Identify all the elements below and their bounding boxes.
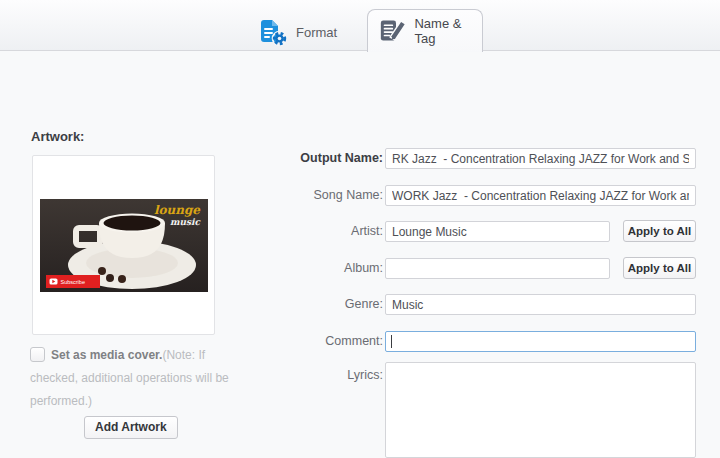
output-name-input[interactable] (385, 148, 696, 169)
artist-apply-all-button[interactable]: Apply to All (623, 220, 696, 242)
genre-input[interactable] (385, 294, 696, 315)
artwork-section-label: Artwork: (31, 129, 84, 144)
subscribe-label: Subscribe (60, 279, 84, 285)
lyrics-label: Lyrics: (280, 368, 383, 382)
tab-name-tag[interactable]: Name & Tag (367, 9, 483, 52)
subscribe-badge: Subscribe (46, 275, 100, 288)
media-cover-checkbox[interactable] (30, 347, 45, 362)
artist-label: Artist: (280, 224, 383, 238)
artwork-preview: lounge music Subscribe (32, 155, 215, 335)
converter-window: Format Name & Tag Artwork: (0, 0, 720, 458)
lyrics-textarea[interactable] (385, 362, 696, 458)
coffee-bean (118, 275, 126, 283)
album-apply-all-button[interactable]: Apply to All (623, 257, 696, 279)
comment-input[interactable] (385, 331, 696, 352)
album-input[interactable] (385, 258, 610, 279)
coffee (103, 215, 160, 230)
tab-bar: Format Name & Tag (0, 0, 720, 51)
output-name-label: Output Name: (280, 151, 383, 165)
coffee-bean (98, 267, 106, 275)
cover-image: lounge music Subscribe (40, 199, 208, 292)
brand-text-music: music (169, 217, 201, 227)
artist-input[interactable] (385, 221, 610, 242)
song-name-input[interactable] (385, 185, 696, 206)
tab-format-label: Format (296, 25, 337, 40)
media-cover-label: Set as media cover. (51, 348, 162, 362)
album-label: Album: (280, 261, 383, 275)
tab-format[interactable]: Format (258, 17, 337, 47)
media-cover-option: Set as media cover.(Note: If checked, ad… (30, 344, 230, 413)
brand-text-lounge: lounge (153, 203, 200, 217)
comment-label: Comment: (280, 334, 383, 348)
song-name-label: Song Name: (280, 188, 383, 202)
tab-name-tag-label: Name & Tag (414, 16, 482, 46)
add-artwork-button[interactable]: Add Artwork (84, 416, 178, 439)
text-caret (391, 335, 392, 348)
document-pencil-icon (378, 18, 406, 45)
genre-label: Genre: (280, 297, 383, 311)
coffee-bean (106, 274, 114, 282)
document-gear-icon (258, 19, 288, 46)
